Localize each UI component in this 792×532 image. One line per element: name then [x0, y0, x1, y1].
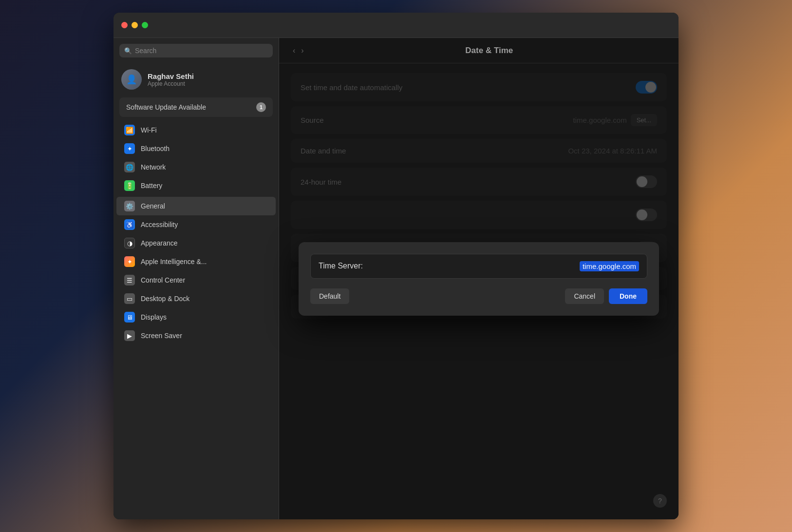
sidebar-item-label-desktop-dock: Desktop & Dock [141, 295, 189, 303]
sidebar-item-label-battery: Battery [141, 182, 162, 190]
appearance-icon: ◑ [124, 238, 135, 248]
search-bar[interactable]: 🔍 Search [119, 44, 273, 57]
dialog-overlay: Time Server: time.google.com Default Can… [279, 38, 679, 519]
sidebar-item-ai[interactable]: ✦ Apple Intelligence &... [116, 252, 276, 271]
general-icon: ⚙️ [124, 201, 135, 211]
dialog-input-row: Time Server: time.google.com [310, 254, 647, 279]
traffic-lights [121, 22, 148, 28]
sidebar-item-appearance[interactable]: ◑ Appearance [116, 234, 276, 252]
sidebar-item-battery[interactable]: 🔋 Battery [116, 176, 276, 195]
sidebar-item-bluetooth[interactable]: ✦ Bluetooth [116, 139, 276, 158]
search-input[interactable]: Search [135, 47, 156, 55]
bluetooth-icon: ✦ [124, 143, 135, 154]
user-name: Raghav Sethi [148, 72, 194, 80]
sidebar-item-wifi[interactable]: 📶 Wi-Fi [116, 121, 276, 139]
sidebar-item-network[interactable]: 🌐 Network [116, 158, 276, 176]
sidebar-item-screensaver[interactable]: ▶ Screen Saver [116, 326, 276, 345]
sidebar-item-displays[interactable]: 🖥 Displays [116, 308, 276, 326]
search-icon: 🔍 [124, 47, 132, 55]
cancel-button[interactable]: Cancel [565, 288, 604, 304]
displays-icon: 🖥 [124, 312, 135, 323]
minimize-button[interactable] [132, 22, 138, 28]
sidebar-item-label-control-center: Control Center [141, 276, 185, 284]
sidebar-section-system: ⚙️ General ♿ Accessibility ◑ Appearance … [113, 197, 279, 345]
software-update-label: Software Update Available [126, 103, 206, 112]
sidebar-item-label-accessibility: Accessibility [141, 221, 178, 228]
dialog-input[interactable]: time.google.com [369, 261, 639, 271]
sidebar: 🔍 Search 👤 Raghav Sethi Apple Account So… [113, 38, 279, 519]
titlebar [113, 13, 679, 38]
battery-icon: 🔋 [124, 180, 135, 191]
avatar: 👤 [121, 69, 142, 90]
avatar-image: 👤 [121, 69, 142, 90]
accessibility-icon: ♿ [124, 219, 135, 230]
sidebar-item-label-network: Network [141, 163, 166, 171]
main-window: 🔍 Search 👤 Raghav Sethi Apple Account So… [113, 13, 679, 519]
screensaver-icon: ▶ [124, 330, 135, 341]
desktop-dock-icon: ▭ [124, 293, 135, 304]
user-subtitle: Apple Account [148, 80, 194, 87]
sidebar-item-control-center[interactable]: ☰ Control Center [116, 271, 276, 289]
software-update-item[interactable]: Software Update Available 1 [119, 97, 273, 117]
sidebar-item-label-wifi: Wi-Fi [141, 126, 157, 134]
time-server-dialog: Time Server: time.google.com Default Can… [299, 242, 659, 316]
sidebar-item-label-ai: Apple Intelligence &... [141, 258, 207, 266]
sidebar-item-label-screensaver: Screen Saver [141, 332, 182, 340]
user-info: Raghav Sethi Apple Account [148, 72, 194, 87]
sidebar-item-general[interactable]: ⚙️ General [116, 197, 276, 215]
dialog-label: Time Server: [319, 262, 363, 270]
default-button[interactable]: Default [310, 288, 349, 304]
sidebar-item-desktop-dock[interactable]: ▭ Desktop & Dock [116, 289, 276, 308]
update-badge: 1 [256, 102, 266, 112]
main-content: 🔍 Search 👤 Raghav Sethi Apple Account So… [113, 38, 679, 519]
control-center-icon: ☰ [124, 275, 135, 285]
dialog-buttons: Default Cancel Done [310, 288, 647, 304]
main-panel: ‹ › Date & Time Set time and date automa… [279, 38, 679, 519]
sidebar-item-accessibility[interactable]: ♿ Accessibility [116, 215, 276, 234]
sidebar-item-label-bluetooth: Bluetooth [141, 145, 170, 152]
sidebar-section-network: 📶 Wi-Fi ✦ Bluetooth 🌐 Network 🔋 Battery [113, 121, 279, 195]
done-button[interactable]: Done [609, 288, 647, 304]
sidebar-item-label-appearance: Appearance [141, 239, 178, 247]
maximize-button[interactable] [142, 22, 148, 28]
network-icon: 🌐 [124, 162, 135, 172]
close-button[interactable] [121, 22, 128, 28]
sidebar-item-label-displays: Displays [141, 313, 167, 321]
wifi-icon: 📶 [124, 125, 135, 135]
user-section[interactable]: 👤 Raghav Sethi Apple Account [113, 65, 279, 97]
dialog-btn-right: Cancel Done [565, 288, 647, 304]
sidebar-item-label-general: General [141, 202, 165, 210]
ai-icon: ✦ [124, 256, 135, 267]
dialog-input-value[interactable]: time.google.com [580, 261, 639, 271]
